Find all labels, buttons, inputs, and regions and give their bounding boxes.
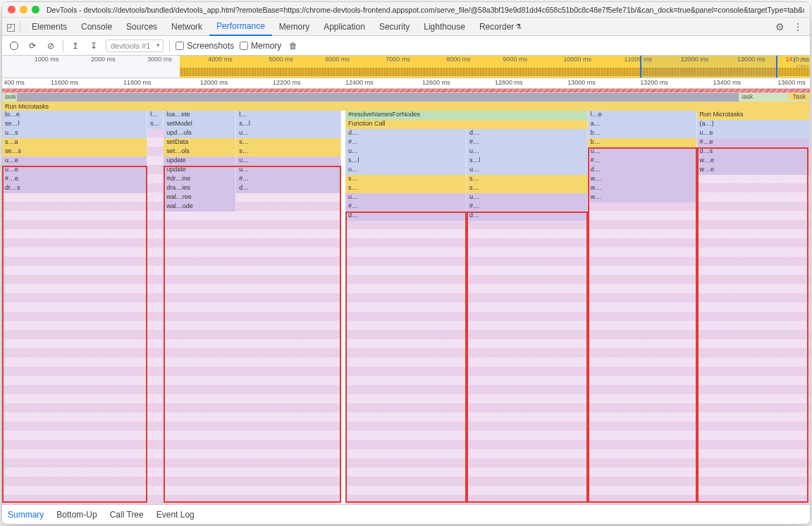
record-button[interactable] [8, 39, 20, 52]
flame-col-a[interactable]: lo…e se…l u…s s…a se…s u…e u…e #…e dr…s [2, 111, 147, 504]
flame-col-d[interactable]: l… s…l u… s… s… u… u… #… d… [236, 111, 341, 504]
minimize-icon[interactable] [20, 6, 27, 13]
trash-icon[interactable]: 🗑 [287, 39, 300, 52]
traffic-lights [8, 6, 39, 13]
gear-icon[interactable]: ⚙ [771, 21, 789, 32]
btab-bottom-up[interactable]: Bottom-Up [56, 510, 97, 520]
tab-lighthouse[interactable]: Lighthouse [417, 18, 472, 36]
inspect-icon[interactable]: ◰ [5, 21, 20, 32]
divider [63, 39, 63, 52]
flame-col-e-left[interactable]: d… #… u… s…l u… s… s… u… #… d… [345, 129, 467, 504]
flame-ruler[interactable]: 400 ms 11600 ms 11800 ms 12000 ms 12200 … [2, 78, 810, 89]
maximize-icon[interactable] [32, 6, 39, 13]
close-icon[interactable] [8, 6, 16, 13]
tab-recorder[interactable]: Recorder ⚗ [472, 18, 529, 36]
kebab-icon[interactable]: ⋮ [789, 21, 807, 32]
tab-security[interactable]: Security [372, 18, 417, 36]
tab-console[interactable]: Console [74, 18, 119, 36]
task-row: iask iask Task [2, 93, 810, 102]
main-tabs: ◰ Elements Console Sources Network Perfo… [2, 18, 810, 36]
download-icon[interactable]: ↧ [87, 39, 100, 52]
deep-stack[interactable] [2, 193, 147, 504]
btab-event-log[interactable]: Event Log [156, 510, 195, 520]
flask-icon: ⚗ [515, 23, 522, 30]
tab-application[interactable]: Application [316, 18, 372, 36]
tab-elements[interactable]: Elements [25, 18, 74, 36]
overview-selection[interactable] [640, 56, 777, 78]
tab-network[interactable]: Network [164, 18, 209, 36]
divider [169, 39, 170, 52]
btab-call-tree[interactable]: Call Tree [110, 510, 144, 520]
flame-col-e-right[interactable]: d… #… u… s…l u… s… s… u… #… d… [467, 129, 588, 504]
flame-chart[interactable]: lo…e se…l u…s s…a se…s u…e u…e #…e dr…s … [2, 111, 810, 504]
upload-icon[interactable]: ↥ [69, 39, 82, 52]
window-titlebar: DevTools - devtools://devtools/bundled/d… [2, 2, 810, 18]
screenshots-checkbox[interactable]: Screenshots [176, 41, 234, 51]
flame-col-f[interactable]: l…e a… b… b… u… #… d… w… w… w… [588, 111, 697, 504]
flame-col-c[interactable]: loa…ete setModel upd…ols setData set…ols… [164, 111, 236, 504]
tab-sources[interactable]: Sources [119, 18, 164, 36]
tab-memory[interactable]: Memory [272, 18, 316, 36]
recording-select[interactable]: devtools #1 [106, 39, 164, 52]
flame-right-stack[interactable]: Timer Fired Run Microtasks (a…) u…e #…e … [697, 111, 810, 504]
tab-recorder-label: Recorder [479, 22, 514, 32]
tab-performance[interactable]: Performance [209, 18, 272, 36]
btab-summary[interactable]: Summary [8, 510, 44, 520]
run-microtasks-bar[interactable]: Run Microtasks [2, 102, 810, 111]
reload-button[interactable]: ⟳ [26, 39, 39, 52]
flame-col-b[interactable]: lo…e se…l [147, 111, 164, 504]
perf-toolbar: ⟳ ⊘ ↥ ↧ devtools #1 Screenshots Memory 🗑 [2, 36, 810, 56]
clear-button[interactable]: ⊘ [44, 39, 57, 52]
details-tabs: Summary Bottom-Up Call Tree Event Log [2, 504, 810, 524]
window-title: DevTools - devtools://devtools/bundled/d… [47, 6, 804, 14]
memory-checkbox[interactable]: Memory [240, 41, 281, 51]
overview-strip[interactable]: 1000 ms 2000 ms 3000 ms 4000 ms 5000 ms … [2, 56, 810, 78]
